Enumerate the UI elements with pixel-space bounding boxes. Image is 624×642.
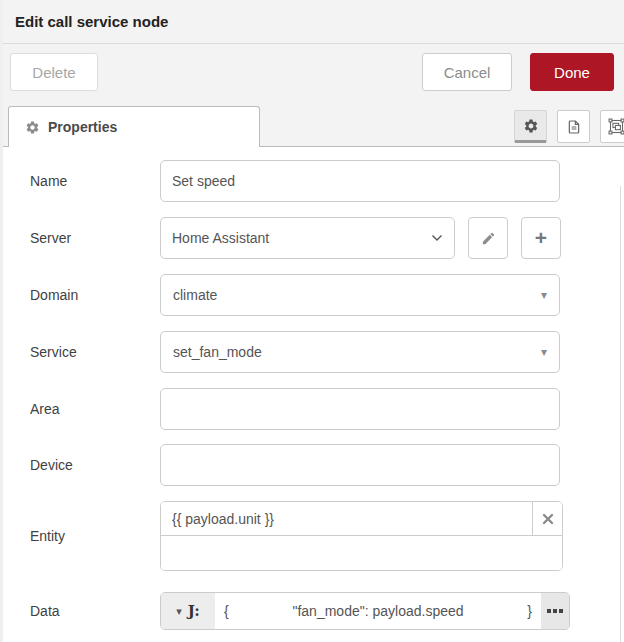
server-label: Server xyxy=(30,230,160,246)
ellipsis-icon xyxy=(553,609,557,613)
gear-icon xyxy=(25,120,40,135)
delete-button[interactable]: Delete xyxy=(10,53,98,91)
entity-input[interactable] xyxy=(161,502,532,535)
name-row: Name xyxy=(30,160,624,202)
device-label: Device xyxy=(30,457,160,473)
x-icon xyxy=(542,513,554,525)
area-label: Area xyxy=(30,401,160,417)
domain-label: Domain xyxy=(30,287,160,303)
entity-list xyxy=(160,501,563,571)
dialog-header: Edit call service node xyxy=(0,0,624,44)
cancel-button[interactable]: Cancel xyxy=(422,53,512,91)
properties-panel-button[interactable] xyxy=(514,110,547,143)
done-button[interactable]: Done xyxy=(530,53,614,91)
data-type-selector[interactable]: ▾ J: xyxy=(161,593,215,629)
data-label: Data xyxy=(30,603,160,619)
service-value: set_fan_mode xyxy=(173,344,541,360)
pencil-icon xyxy=(481,231,496,246)
tab-bar: Properties xyxy=(0,100,624,147)
device-row: Device xyxy=(30,444,624,486)
properties-form: Name Server Home Assistant + Domain xyxy=(0,147,624,630)
tray-left-edge xyxy=(0,0,3,642)
server-row: Server Home Assistant + xyxy=(30,217,624,259)
area-row: Area xyxy=(30,388,624,430)
area-input[interactable] xyxy=(160,388,560,430)
ellipsis-icon xyxy=(559,609,563,613)
domain-value: climate xyxy=(173,287,541,303)
server-select[interactable]: Home Assistant xyxy=(160,217,455,259)
data-expression-input[interactable]: { "fan_mode": payload.speed } xyxy=(215,593,541,629)
dialog-title: Edit call service node xyxy=(15,13,168,30)
appearance-panel-button[interactable] xyxy=(600,110,624,143)
object-group-icon xyxy=(608,118,624,135)
server-select-value: Home Assistant xyxy=(172,230,431,246)
service-combobox[interactable]: set_fan_mode ▾ xyxy=(160,331,560,373)
chevron-down-icon xyxy=(431,234,443,242)
tab-properties-label: Properties xyxy=(48,119,117,135)
remove-entity-button[interactable] xyxy=(532,502,562,535)
panel-buttons xyxy=(514,110,624,143)
service-row: Service set_fan_mode ▾ xyxy=(30,331,624,373)
edit-server-button[interactable] xyxy=(468,217,508,259)
data-row: Data ▾ J: { "fan_mode": payload.speed } xyxy=(30,592,624,630)
triangle-down-icon: ▾ xyxy=(541,345,547,359)
entity-label: Entity xyxy=(30,528,160,544)
tab-properties[interactable]: Properties xyxy=(8,106,260,147)
description-panel-button[interactable] xyxy=(557,110,590,143)
name-label: Name xyxy=(30,173,160,189)
triangle-down-icon: ▾ xyxy=(541,288,547,302)
triangle-down-icon: ▾ xyxy=(176,605,182,618)
plus-icon: + xyxy=(535,227,547,248)
expand-expression-button[interactable] xyxy=(541,593,569,629)
dialog-toolbar: Delete Cancel Done xyxy=(0,44,624,100)
ellipsis-icon xyxy=(547,609,551,613)
entity-row: Entity xyxy=(30,501,624,571)
jsonata-type-icon: J: xyxy=(188,602,200,620)
entity-list-empty-row[interactable] xyxy=(161,536,562,570)
data-typed-input: ▾ J: { "fan_mode": payload.speed } xyxy=(160,592,570,630)
document-icon xyxy=(566,119,582,135)
scrollbar-track[interactable] xyxy=(620,186,621,642)
service-label: Service xyxy=(30,344,160,360)
data-expression-text: "fan_mode": payload.speed xyxy=(292,603,463,619)
domain-row: Domain climate ▾ xyxy=(30,274,624,316)
open-brace: { xyxy=(224,603,229,619)
gear-icon xyxy=(523,118,539,134)
name-input[interactable] xyxy=(160,160,560,202)
close-brace: } xyxy=(527,603,532,619)
domain-combobox[interactable]: climate ▾ xyxy=(160,274,560,316)
add-server-button[interactable]: + xyxy=(521,217,561,259)
device-input[interactable] xyxy=(160,444,560,486)
entity-list-item xyxy=(161,502,562,536)
edit-node-dialog: Edit call service node Delete Cancel Don… xyxy=(0,0,624,642)
